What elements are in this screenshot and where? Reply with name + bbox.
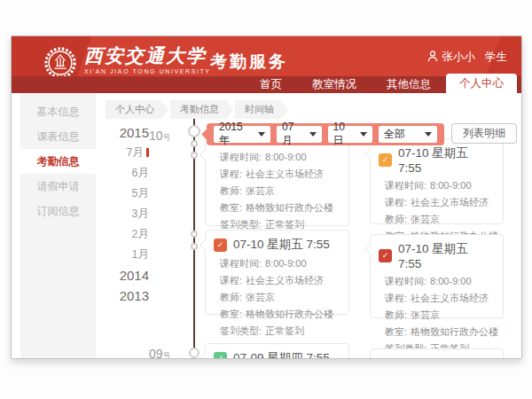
card-date: 07-10 星期五 7:55 <box>398 241 494 270</box>
timeline-scale: 2015 7月 6月 5月 3月 2月 1月 2014 2013 <box>96 122 149 306</box>
signin-status-icon <box>214 239 227 252</box>
scale-year[interactable]: 2014 <box>96 265 149 286</box>
sidebar: 基本信息 课表信息 考勤信息 请假申请 订阅信息 <box>20 93 96 358</box>
day-marker-09: 09号 <box>149 347 171 359</box>
sidebar-item-timetable[interactable]: 课表信息 <box>20 124 96 149</box>
app-title: 考勤服务 <box>210 51 288 74</box>
app-header: 西安交通大学 XI'AN JIAO TONG UNIVERSITY 考勤服务 张… <box>12 36 521 93</box>
breadcrumb-personal-center[interactable]: 个人中心 <box>106 100 168 119</box>
user-role: 学生 <box>485 50 507 65</box>
attendance-card[interactable]: 07-09 星期四 7:55 <box>205 343 349 359</box>
timeline-node <box>189 348 200 358</box>
timeline-node <box>191 152 198 159</box>
scale-month-current[interactable]: 7月 <box>96 143 149 163</box>
app-window: 西安交通大学 XI'AN JIAO TONG UNIVERSITY 考勤服务 张… <box>11 35 522 359</box>
app-body: 基本信息 课表信息 考勤信息 请假申请 订阅信息 个人中心 考勤信息 时间轴 2… <box>12 93 521 358</box>
university-name: 西安交通大学 XI'AN JIAO TONG UNIVERSITY <box>84 45 211 74</box>
card-date: 07-10 星期五 7:55 <box>398 145 494 175</box>
type-select[interactable]: 全部 <box>379 126 437 143</box>
user-info[interactable]: 张小小 学生 <box>427 50 508 65</box>
signin-status-icon <box>379 249 392 262</box>
card-date: 07-10 星期五 7:55 <box>233 237 330 253</box>
university-logo-icon <box>43 46 77 80</box>
day-marker-10: 10号 <box>149 129 171 144</box>
sidebar-item-attendance[interactable]: 考勤信息 <box>20 149 96 174</box>
scale-month[interactable]: 1月 <box>96 245 149 265</box>
signin-status-icon <box>379 153 392 167</box>
signin-status-icon <box>214 352 227 360</box>
breadcrumb: 个人中心 考勤信息 时间轴 <box>106 100 290 119</box>
user-icon <box>427 51 438 65</box>
attendance-card[interactable] <box>370 348 504 359</box>
timeline-node <box>191 243 198 250</box>
chevron-down-icon <box>258 132 265 137</box>
attendance-card[interactable]: 07-10 星期五 7:55 课程时间:8:00-9:00 课程:社会主义市场经… <box>205 230 349 315</box>
day-select[interactable]: 10日 <box>328 126 373 143</box>
timeline-node <box>191 140 198 147</box>
date-filter-bar: 2015年 07月 10日 全部 <box>207 123 444 145</box>
university-name-en: XI'AN JIAO TONG UNIVERSITY <box>84 68 211 74</box>
chevron-down-icon <box>360 132 367 137</box>
month-select[interactable]: 07月 <box>277 126 322 143</box>
attendance-card[interactable]: 07-10 星期五 7:55 课程时间:8:00-9:00 课程:社会主义市场经… <box>370 138 504 224</box>
attendance-card[interactable]: 07-10 星期五 7:55 课程时间:8:00-9:00 课程:社会主义市场经… <box>370 234 504 318</box>
nav-item-other-info[interactable]: 其他信息 <box>372 76 446 93</box>
sidebar-item-subscription[interactable]: 订阅信息 <box>20 199 96 223</box>
main-nav: 首页 教室情况 其他信息 个人中心 <box>12 76 521 93</box>
sidebar-item-leave-request[interactable]: 请假申请 <box>20 174 96 199</box>
university-name-cn: 西安交通大学 <box>84 45 211 66</box>
chevron-down-icon <box>309 132 317 137</box>
main-content: 个人中心 考勤信息 时间轴 2015 7月 6月 5月 3月 2月 1月 201… <box>96 93 521 358</box>
nav-item-classrooms[interactable]: 教室情况 <box>297 76 372 93</box>
scale-month[interactable]: 5月 <box>96 184 149 204</box>
breadcrumb-attendance[interactable]: 考勤信息 <box>170 100 233 119</box>
sidebar-item-basic-info[interactable]: 基本信息 <box>20 99 96 124</box>
user-name: 张小小 <box>442 50 476 65</box>
timeline-node <box>188 125 200 137</box>
timeline-node <box>191 231 198 238</box>
current-month-marker <box>146 148 149 157</box>
card-date: 07-09 星期四 7:55 <box>233 350 330 359</box>
scale-year[interactable]: 2015 <box>96 122 149 143</box>
scale-month[interactable]: 2月 <box>96 224 149 245</box>
chevron-down-icon <box>425 132 432 137</box>
list-detail-button[interactable]: 列表明细 <box>451 123 517 144</box>
nav-item-home[interactable]: 首页 <box>245 76 297 93</box>
scale-month[interactable]: 3月 <box>96 204 149 224</box>
year-select[interactable]: 2015年 <box>214 126 270 143</box>
nav-item-personal-center[interactable]: 个人中心 <box>446 74 517 93</box>
breadcrumb-timeline[interactable]: 时间轴 <box>235 100 288 119</box>
scale-year[interactable]: 2013 <box>96 286 149 306</box>
scale-month[interactable]: 6月 <box>96 163 149 184</box>
